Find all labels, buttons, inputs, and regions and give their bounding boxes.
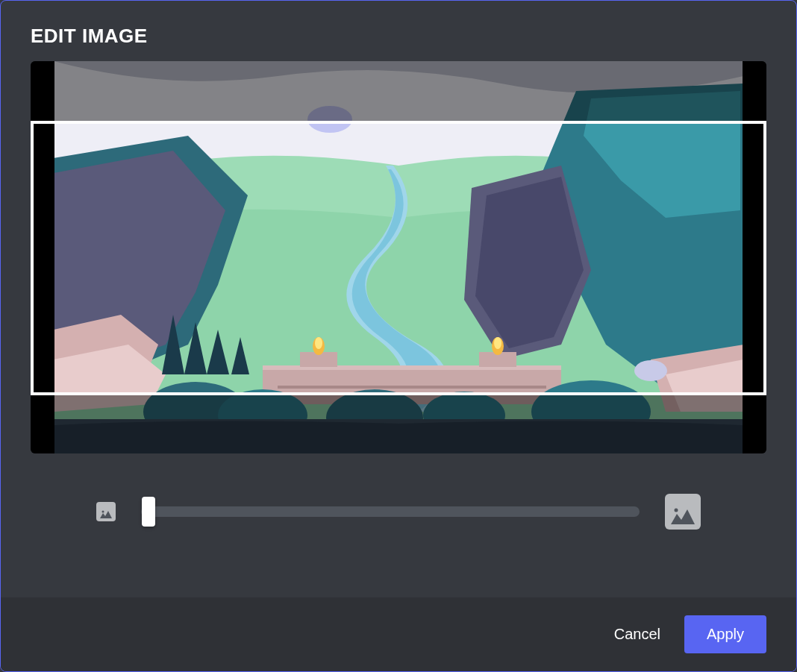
svg-point-8 (315, 337, 322, 349)
modal-header: EDIT IMAGE (1, 1, 796, 61)
modal-footer: Cancel Apply (1, 597, 796, 671)
edit-image-modal: EDIT IMAGE (0, 0, 797, 672)
image-preview[interactable] (31, 61, 766, 453)
apply-button[interactable]: Apply (684, 615, 766, 653)
slider-track[interactable] (141, 506, 640, 517)
svg-point-19 (675, 509, 678, 512)
preview-image[interactable] (54, 61, 743, 453)
svg-point-16 (634, 360, 667, 381)
modal-body (1, 61, 796, 597)
zoom-in-icon (665, 494, 701, 530)
zoom-controls (31, 494, 766, 530)
cancel-button[interactable]: Cancel (611, 618, 663, 650)
zoom-slider[interactable] (141, 506, 640, 517)
svg-point-10 (494, 337, 501, 349)
svg-point-18 (102, 511, 104, 513)
zoom-out-icon (96, 502, 116, 521)
svg-rect-4 (278, 386, 546, 389)
svg-point-1 (307, 106, 352, 133)
slider-thumb[interactable] (142, 497, 155, 527)
modal-title: EDIT IMAGE (31, 25, 766, 48)
